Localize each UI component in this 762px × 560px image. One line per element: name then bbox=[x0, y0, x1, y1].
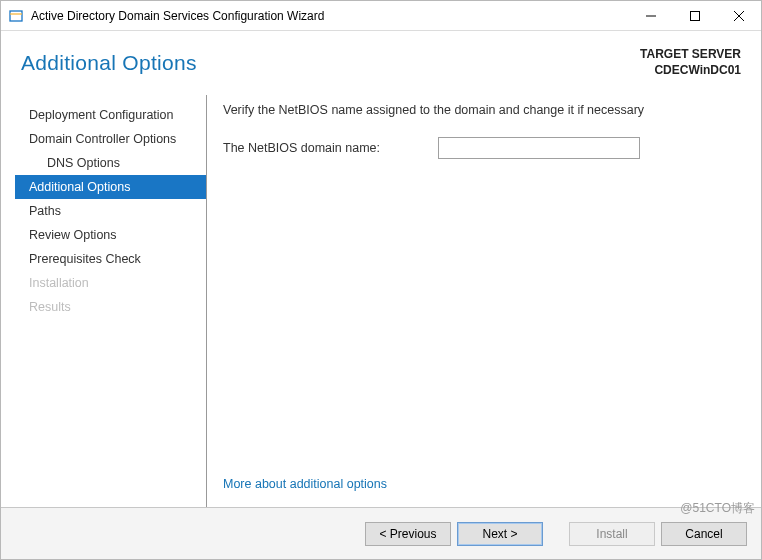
target-server-name: CDECWinDC01 bbox=[640, 63, 741, 79]
nav-dns-options[interactable]: DNS Options bbox=[15, 151, 200, 175]
titlebar: Active Directory Domain Services Configu… bbox=[1, 1, 761, 31]
nav-prerequisites-check[interactable]: Prerequisites Check bbox=[15, 247, 200, 271]
netbios-row: The NetBIOS domain name: bbox=[223, 137, 737, 159]
install-button: Install bbox=[569, 522, 655, 546]
header-band: Additional Options TARGET SERVER CDECWin… bbox=[1, 31, 761, 85]
nav-review-options[interactable]: Review Options bbox=[15, 223, 200, 247]
close-button[interactable] bbox=[717, 1, 761, 30]
netbios-label: The NetBIOS domain name: bbox=[223, 141, 428, 155]
target-server-label: TARGET SERVER bbox=[640, 47, 741, 63]
minimize-button[interactable] bbox=[629, 1, 673, 30]
nav-additional-options[interactable]: Additional Options bbox=[15, 175, 206, 199]
instruction-text: Verify the NetBIOS name assigned to the … bbox=[223, 103, 737, 117]
netbios-input[interactable] bbox=[438, 137, 640, 159]
content-pane: Verify the NetBIOS name assigned to the … bbox=[207, 95, 747, 507]
wizard-window: Active Directory Domain Services Configu… bbox=[0, 0, 762, 560]
page-title: Additional Options bbox=[21, 51, 197, 75]
previous-button[interactable]: < Previous bbox=[365, 522, 451, 546]
svg-rect-3 bbox=[691, 11, 700, 20]
app-icon bbox=[7, 7, 25, 25]
more-about-link[interactable]: More about additional options bbox=[223, 477, 737, 507]
svg-rect-0 bbox=[10, 11, 22, 21]
target-server-box: TARGET SERVER CDECWinDC01 bbox=[640, 47, 741, 78]
nav-results: Results bbox=[15, 295, 200, 319]
nav-domain-controller-options[interactable]: Domain Controller Options bbox=[15, 127, 200, 151]
window-title: Active Directory Domain Services Configu… bbox=[31, 9, 629, 23]
body-area: Deployment Configuration Domain Controll… bbox=[1, 85, 761, 507]
nav-deployment-configuration[interactable]: Deployment Configuration bbox=[15, 103, 200, 127]
window-controls bbox=[629, 1, 761, 30]
nav-installation: Installation bbox=[15, 271, 200, 295]
cancel-button[interactable]: Cancel bbox=[661, 522, 747, 546]
sidebar: Deployment Configuration Domain Controll… bbox=[15, 95, 207, 507]
maximize-button[interactable] bbox=[673, 1, 717, 30]
nav-paths[interactable]: Paths bbox=[15, 199, 200, 223]
footer: < Previous Next > Install Cancel bbox=[1, 507, 761, 559]
next-button[interactable]: Next > bbox=[457, 522, 543, 546]
